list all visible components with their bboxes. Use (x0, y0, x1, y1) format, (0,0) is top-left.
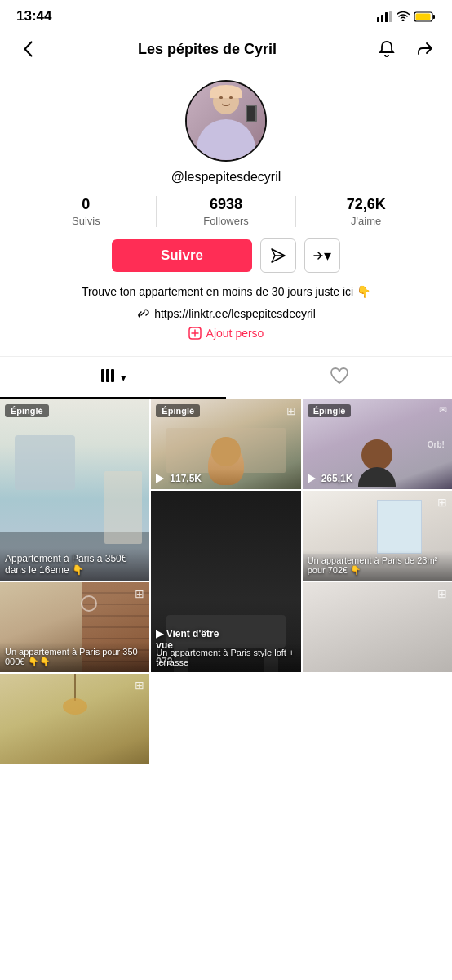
grid-dropdown-icon: ▾ (121, 372, 126, 384)
pinned-badge-2: Épinglé (156, 404, 200, 417)
svg-rect-2 (385, 12, 388, 22)
video-cell-4[interactable]: ▶ Vient d'êtrevue 972 Un appartement à P… (151, 491, 300, 672)
link-icon (136, 307, 149, 320)
svg-rect-1 (381, 15, 383, 22)
status-icons (377, 11, 436, 22)
svg-rect-13 (106, 369, 109, 382)
play-icon-2 (156, 474, 164, 483)
play-count-3: 265,1K (308, 473, 353, 484)
video-caption-4: Un appartement à Paris style loft + terr… (151, 643, 300, 672)
photo-icon-6: ⊞ (135, 587, 144, 600)
tab-bar: ▾ (0, 356, 452, 399)
followers-label: Followers (203, 215, 249, 227)
jaime-value: 72,6K (347, 196, 386, 213)
profile-section: @lespepitesdecyril 0 Suivis 6938 Followe… (0, 72, 452, 348)
bio-link[interactable]: https://linktr.ee/lespepitesdecyril (33, 307, 419, 320)
back-button[interactable] (13, 34, 42, 64)
message-button[interactable] (260, 238, 296, 273)
suivis-label: Suivis (72, 215, 100, 227)
battery-icon (414, 11, 436, 22)
play-count-2: 117,5K (156, 473, 202, 484)
photo-icon-8: ⊞ (135, 679, 144, 692)
stat-followers: 6938 Followers (157, 196, 297, 227)
tab-liked[interactable] (226, 357, 452, 399)
photo-icon-7: ⊞ (437, 587, 447, 600)
video-cell-2[interactable]: Épinglé 117,5K ⊞ (151, 399, 300, 489)
share-icon[interactable] (410, 34, 439, 64)
action-row: Suivre ▾ (16, 238, 436, 273)
video-cell-5[interactable]: ⊞ Un appartement à Paris de 23m² pour 70… (303, 491, 452, 581)
photo-icon-3: ✉ (439, 404, 447, 416)
notification-bell-icon[interactable] (372, 34, 401, 64)
bio-link-text: https://linktr.ee/lespepitesdecyril (154, 307, 316, 320)
video-cell-7[interactable]: ⊞ (303, 582, 452, 672)
stat-suivis: 0 Suivis (16, 196, 157, 227)
tab-grid[interactable]: ▾ (0, 357, 226, 399)
avatar[interactable] (185, 80, 267, 162)
username: @lespepitesdecyril (171, 170, 281, 185)
bio-text: Trouve ton appartement en moins de 30 jo… (33, 284, 419, 301)
play-icon-3 (308, 474, 316, 483)
status-time: 13:44 (16, 8, 51, 24)
photo-icon-2: ⊞ (286, 404, 296, 417)
suivis-value: 0 (82, 196, 90, 213)
svg-rect-6 (416, 13, 431, 20)
video-grid: Épinglé Appartement à Paris à 350€ dans … (0, 399, 452, 764)
pinned-badge-1: Épinglé (5, 404, 49, 417)
video-cell-1[interactable]: Épinglé Appartement à Paris à 350€ dans … (0, 399, 149, 581)
video-cell-8[interactable]: ⊞ (0, 674, 149, 764)
video-caption-6: Un appartement à Paris pour 350 000€ 👇👇 (0, 642, 149, 672)
pinned-badge-3: Épinglé (308, 404, 352, 417)
more-options-button[interactable]: ▾ (304, 238, 340, 273)
stats-row: 0 Suivis 6938 Followers 72,6K J'aime (16, 196, 436, 227)
add-perso[interactable]: Ajout perso (33, 327, 419, 340)
follow-button[interactable]: Suivre (112, 239, 252, 272)
bio-section: Trouve ton appartement en moins de 30 jo… (16, 284, 436, 340)
followers-value: 6938 (210, 196, 242, 213)
svg-rect-0 (377, 17, 379, 22)
signal-icon (377, 11, 392, 22)
svg-rect-12 (101, 369, 104, 382)
add-icon (188, 327, 202, 340)
page-title: Les pépites de Cyril (42, 41, 372, 58)
grid-view-icon (100, 368, 118, 387)
wifi-icon (397, 11, 410, 21)
liked-icon (330, 367, 349, 389)
status-bar: 13:44 (0, 0, 452, 29)
video-caption-5: Un appartement à Paris de 23m² pour 702€… (303, 550, 452, 581)
jaime-label: J'aime (351, 215, 381, 227)
top-nav: Les pépites de Cyril (0, 29, 452, 72)
svg-rect-3 (389, 11, 392, 22)
video-cell-3[interactable]: Orb! Épinglé 265,1K ✉ (303, 399, 452, 489)
svg-rect-5 (433, 15, 436, 19)
video-caption-1: Appartement à Paris à 350€ dans le 16eme… (0, 548, 149, 581)
add-perso-label: Ajout perso (206, 327, 264, 340)
video-cell-6[interactable]: ⊞ Un appartement à Paris pour 350 000€ 👇… (0, 582, 149, 672)
stat-jaime: 72,6K J'aime (296, 196, 436, 227)
svg-rect-14 (111, 369, 114, 382)
photo-icon-5: ⊞ (437, 496, 447, 509)
nav-right-icons (372, 34, 439, 64)
